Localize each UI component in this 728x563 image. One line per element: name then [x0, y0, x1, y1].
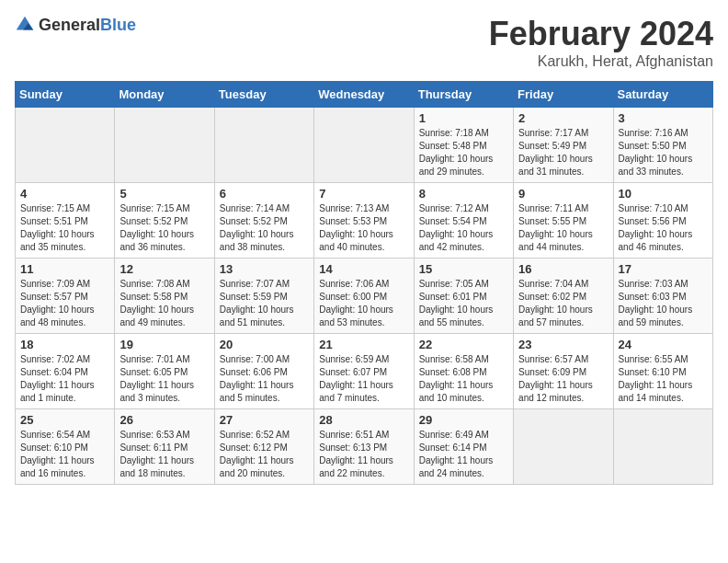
day-number: 28: [319, 413, 408, 427]
calendar-cell: 15Sunrise: 7:05 AM Sunset: 6:01 PM Dayli…: [414, 259, 513, 334]
calendar-cell: 7Sunrise: 7:13 AM Sunset: 5:53 PM Daylig…: [314, 183, 414, 259]
calendar-cell: 27Sunrise: 6:52 AM Sunset: 6:12 PM Dayli…: [214, 409, 313, 485]
day-number: 10: [619, 187, 708, 201]
calendar-cell: 25Sunrise: 6:54 AM Sunset: 6:10 PM Dayli…: [16, 409, 115, 485]
day-info: Sunrise: 7:12 AM Sunset: 5:54 PM Dayligh…: [419, 202, 508, 254]
day-info: Sunrise: 7:17 AM Sunset: 5:49 PM Dayligh…: [518, 127, 608, 178]
day-info: Sunrise: 7:15 AM Sunset: 5:52 PM Dayligh…: [119, 202, 209, 254]
calendar-week-row: 11Sunrise: 7:09 AM Sunset: 5:57 PM Dayli…: [16, 259, 713, 334]
calendar-cell: 24Sunrise: 6:55 AM Sunset: 6:10 PM Dayli…: [613, 334, 712, 409]
day-info: Sunrise: 7:05 AM Sunset: 6:01 PM Dayligh…: [419, 278, 508, 329]
day-info: Sunrise: 7:06 AM Sunset: 6:00 PM Dayligh…: [319, 278, 408, 329]
calendar-cell: 6Sunrise: 7:14 AM Sunset: 5:52 PM Daylig…: [214, 183, 313, 259]
day-number: 21: [319, 338, 408, 351]
day-info: Sunrise: 7:11 AM Sunset: 5:55 PM Dayligh…: [518, 202, 608, 254]
calendar-header: SundayMondayTuesdayWednesdayThursdayFrid…: [16, 82, 713, 108]
day-number: 15: [419, 262, 508, 276]
day-info: Sunrise: 6:53 AM Sunset: 6:11 PM Dayligh…: [119, 429, 209, 480]
calendar-cell: 10Sunrise: 7:10 AM Sunset: 5:56 PM Dayli…: [613, 183, 712, 259]
day-info: Sunrise: 7:10 AM Sunset: 5:56 PM Dayligh…: [619, 202, 708, 254]
day-number: 29: [419, 413, 508, 427]
day-info: Sunrise: 7:01 AM Sunset: 6:05 PM Dayligh…: [119, 353, 209, 405]
calendar-table: SundayMondayTuesdayWednesdayThursdayFrid…: [15, 81, 713, 485]
day-info: Sunrise: 7:03 AM Sunset: 6:03 PM Dayligh…: [619, 278, 708, 329]
day-info: Sunrise: 6:55 AM Sunset: 6:10 PM Dayligh…: [619, 353, 708, 405]
day-number: 25: [20, 413, 109, 427]
calendar-cell: 29Sunrise: 6:49 AM Sunset: 6:14 PM Dayli…: [414, 409, 513, 485]
calendar-cell: 14Sunrise: 7:06 AM Sunset: 6:00 PM Dayli…: [314, 259, 414, 334]
day-number: 24: [619, 338, 708, 351]
calendar-cell: 2Sunrise: 7:17 AM Sunset: 5:49 PM Daylig…: [514, 108, 613, 183]
day-info: Sunrise: 7:00 AM Sunset: 6:06 PM Dayligh…: [220, 353, 309, 405]
day-number: 27: [220, 413, 309, 427]
calendar-cell: [314, 108, 414, 183]
day-number: 16: [518, 262, 608, 276]
calendar-cell: 18Sunrise: 7:02 AM Sunset: 6:04 PM Dayli…: [16, 334, 115, 409]
calendar-week-row: 4Sunrise: 7:15 AM Sunset: 5:51 PM Daylig…: [16, 183, 713, 259]
calendar-cell: 26Sunrise: 6:53 AM Sunset: 6:11 PM Dayli…: [115, 409, 214, 485]
calendar-cell: 17Sunrise: 7:03 AM Sunset: 6:03 PM Dayli…: [613, 259, 712, 334]
day-number: 22: [419, 338, 508, 351]
day-info: Sunrise: 7:02 AM Sunset: 6:04 PM Dayligh…: [20, 353, 109, 405]
day-number: 5: [119, 187, 209, 201]
logo: GeneralBlue: [15, 15, 136, 35]
calendar-cell: 3Sunrise: 7:16 AM Sunset: 5:50 PM Daylig…: [613, 108, 712, 183]
day-info: Sunrise: 6:58 AM Sunset: 6:08 PM Dayligh…: [419, 353, 508, 405]
calendar-cell: [16, 108, 115, 183]
day-number: 11: [20, 262, 109, 276]
weekday-header-tuesday: Tuesday: [214, 82, 313, 108]
calendar-subtitle: Karukh, Herat, Afghanistan: [489, 53, 713, 70]
calendar-cell: 23Sunrise: 6:57 AM Sunset: 6:09 PM Dayli…: [514, 334, 613, 409]
calendar-body: 1Sunrise: 7:18 AM Sunset: 5:48 PM Daylig…: [16, 108, 713, 485]
day-number: 7: [319, 187, 408, 201]
day-number: 20: [220, 338, 309, 351]
day-number: 19: [119, 338, 209, 351]
calendar-week-row: 18Sunrise: 7:02 AM Sunset: 6:04 PM Dayli…: [16, 334, 713, 409]
weekday-header-thursday: Thursday: [414, 82, 513, 108]
day-number: 23: [518, 338, 608, 351]
day-number: 9: [518, 187, 608, 201]
day-info: Sunrise: 6:59 AM Sunset: 6:07 PM Dayligh…: [319, 353, 408, 405]
day-info: Sunrise: 7:15 AM Sunset: 5:51 PM Dayligh…: [20, 202, 109, 254]
day-number: 4: [20, 187, 109, 201]
day-info: Sunrise: 6:51 AM Sunset: 6:13 PM Dayligh…: [319, 429, 408, 480]
day-number: 8: [419, 187, 508, 201]
day-info: Sunrise: 7:13 AM Sunset: 5:53 PM Dayligh…: [319, 202, 408, 254]
calendar-cell: 12Sunrise: 7:08 AM Sunset: 5:58 PM Dayli…: [115, 259, 214, 334]
calendar-cell: 4Sunrise: 7:15 AM Sunset: 5:51 PM Daylig…: [16, 183, 115, 259]
day-number: 14: [319, 262, 408, 276]
day-info: Sunrise: 6:54 AM Sunset: 6:10 PM Dayligh…: [20, 429, 109, 480]
day-info: Sunrise: 7:07 AM Sunset: 5:59 PM Dayligh…: [220, 278, 309, 329]
day-number: 1: [419, 111, 508, 125]
day-info: Sunrise: 6:49 AM Sunset: 6:14 PM Dayligh…: [419, 429, 508, 480]
day-info: Sunrise: 7:09 AM Sunset: 5:57 PM Dayligh…: [20, 278, 109, 329]
calendar-cell: [214, 108, 313, 183]
day-info: Sunrise: 7:04 AM Sunset: 6:02 PM Dayligh…: [518, 278, 608, 329]
logo-icon: [15, 15, 35, 35]
calendar-cell: [514, 409, 613, 485]
calendar-cell: 9Sunrise: 7:11 AM Sunset: 5:55 PM Daylig…: [514, 183, 613, 259]
calendar-title: February 2024: [489, 15, 713, 53]
day-number: 12: [119, 262, 209, 276]
day-info: Sunrise: 6:57 AM Sunset: 6:09 PM Dayligh…: [518, 353, 608, 405]
calendar-cell: 11Sunrise: 7:09 AM Sunset: 5:57 PM Dayli…: [16, 259, 115, 334]
calendar-cell: 13Sunrise: 7:07 AM Sunset: 5:59 PM Dayli…: [214, 259, 313, 334]
day-number: 3: [619, 111, 708, 125]
day-number: 6: [220, 187, 309, 201]
day-number: 2: [518, 111, 608, 125]
calendar-cell: 20Sunrise: 7:00 AM Sunset: 6:06 PM Dayli…: [214, 334, 313, 409]
calendar-cell: 28Sunrise: 6:51 AM Sunset: 6:13 PM Dayli…: [314, 409, 414, 485]
calendar-cell: 1Sunrise: 7:18 AM Sunset: 5:48 PM Daylig…: [414, 108, 513, 183]
calendar-cell: 21Sunrise: 6:59 AM Sunset: 6:07 PM Dayli…: [314, 334, 414, 409]
weekday-header-row: SundayMondayTuesdayWednesdayThursdayFrid…: [16, 82, 713, 108]
calendar-cell: 19Sunrise: 7:01 AM Sunset: 6:05 PM Dayli…: [115, 334, 214, 409]
page-header: GeneralBlue February 2024 Karukh, Herat,…: [15, 15, 713, 70]
weekday-header-friday: Friday: [514, 82, 613, 108]
logo-general-text: General: [39, 16, 100, 34]
weekday-header-saturday: Saturday: [613, 82, 712, 108]
day-number: 13: [220, 262, 309, 276]
calendar-cell: 5Sunrise: 7:15 AM Sunset: 5:52 PM Daylig…: [115, 183, 214, 259]
day-info: Sunrise: 7:08 AM Sunset: 5:58 PM Dayligh…: [119, 278, 209, 329]
day-info: Sunrise: 7:18 AM Sunset: 5:48 PM Dayligh…: [419, 127, 508, 178]
calendar-week-row: 1Sunrise: 7:18 AM Sunset: 5:48 PM Daylig…: [16, 108, 713, 183]
